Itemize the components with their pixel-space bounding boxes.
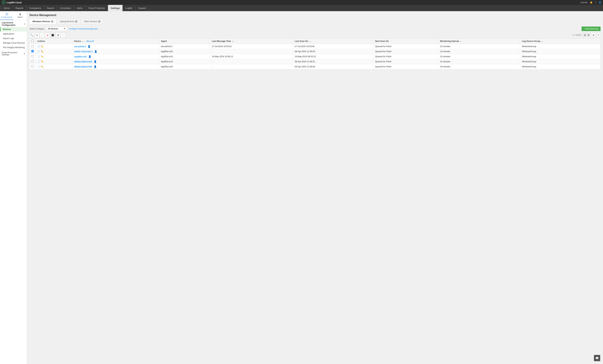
more-options-button[interactable]: ⋯ (61, 33, 65, 37)
tab-reports[interactable]: Reports (13, 5, 26, 11)
row-next-scan-on: Queued for Fetch (373, 54, 438, 59)
sidebar-item-import-logs[interactable]: Import Logs (0, 36, 27, 41)
th-last-scan[interactable]: Last Scan On ▲ (293, 39, 373, 44)
notification-icon[interactable]: 🔔 (590, 1, 592, 4)
syslog-devices-help-icon[interactable]: ? (75, 20, 78, 23)
row-last-message-time: 16-May-2024 10:08:13 (210, 54, 293, 59)
device-name-link[interactable]: KRISP-CSEZADC1 (74, 50, 93, 53)
view-details-icon[interactable]: 📄 (37, 65, 40, 68)
delete-button[interactable]: 🗑 (56, 33, 60, 37)
tab-alerts[interactable]: Alerts (74, 5, 85, 11)
sidebar-admin-tab[interactable]: Admin (13, 11, 27, 20)
agent-install-icon[interactable]: 👤 (94, 60, 97, 63)
view-details-icon[interactable]: 📄 (37, 60, 40, 63)
log-source-config-section[interactable]: Log Source Configuration ▾ (0, 20, 27, 27)
row-device: KRISP-CSEZADC1 👤 (72, 49, 159, 54)
tab-home[interactable]: Home (1, 5, 13, 11)
edit-icon[interactable]: ✏️ (41, 55, 44, 58)
tab-compliance[interactable]: Compliance (26, 5, 44, 11)
device-name-link[interactable]: log360a-w10 (74, 56, 87, 58)
tab-support[interactable]: Support (135, 5, 149, 11)
edit-icon[interactable]: ✏️ (41, 45, 44, 48)
row-last-scan-on: 08-Apr-2024 11:06:06 (293, 64, 373, 69)
row-checkbox-cell (30, 49, 35, 54)
view-details-icon[interactable]: 📄 (37, 50, 40, 53)
th-actions: Actions (35, 39, 72, 44)
th-agent: Agent (159, 39, 210, 44)
tab-cloud-protection[interactable]: Cloud Protection (85, 5, 108, 11)
agent-install-icon[interactable]: 👤 (88, 45, 91, 48)
row-monitoring-interval: 10 minutes (438, 49, 520, 54)
agent-install-icon[interactable]: 👤 (94, 65, 97, 68)
sidebar-item-devices[interactable]: Devices (0, 27, 27, 32)
tab-windows-devices[interactable]: Windows Devices ? (29, 19, 56, 24)
windows-devices-help-icon[interactable]: ? (51, 20, 53, 23)
sidebar-config-tab[interactable]: Configuration (0, 11, 13, 20)
tab-other-devices[interactable]: Other Devices ? (81, 19, 104, 24)
row-agent: log360a-w10 (159, 59, 210, 64)
chat-button[interactable]: 💬 (594, 355, 600, 361)
sidebar-item-applications[interactable]: Applications (0, 32, 27, 36)
search-toolbar-button[interactable]: 🔍 (29, 33, 34, 37)
scan-button[interactable]: ⬛ (50, 33, 55, 37)
logo-icon (2, 0, 6, 4)
device-name-link[interactable]: WIN2K19MASTER (74, 66, 92, 68)
category-select[interactable]: All Devices (46, 27, 67, 31)
th-checkbox (30, 39, 35, 44)
th-log-source-group[interactable]: Log Source Group ▲ (520, 39, 601, 44)
show-ip-header[interactable]: Show IP (86, 40, 94, 42)
refresh-button[interactable]: ↻ (597, 33, 601, 37)
columns-button[interactable]: ⊞ (591, 33, 596, 37)
tab-syslog-devices[interactable]: Syslog Devices ? (57, 19, 81, 24)
agent-install-icon[interactable]: 👤 (88, 55, 91, 58)
last-message-sort: ▲ (232, 40, 234, 42)
tab-settings[interactable]: Settings (108, 5, 123, 11)
other-devices-help-icon[interactable]: ? (98, 20, 101, 23)
svg-point-2 (6, 14, 7, 15)
edit-icon[interactable]: ✏️ (41, 60, 44, 63)
row-monitoring-interval: 10 minutes (438, 64, 520, 69)
row-checkbox[interactable] (31, 55, 34, 58)
sidebar-item-manage-cloud[interactable]: Manage Cloud Sources (0, 41, 27, 45)
per-page-select[interactable]: 10 25 50 (582, 33, 590, 37)
row-next-scan-on: Queued for Fetch (373, 64, 438, 69)
th-device[interactable]: Device ▲ | Show IP (72, 39, 159, 44)
license-link[interactable]: License (580, 1, 588, 4)
tab-logme[interactable]: LogMe (123, 5, 135, 11)
row-checkbox[interactable] (31, 45, 34, 47)
agent-install-icon[interactable]: 👤 (94, 50, 97, 53)
row-checkbox-cell (30, 54, 35, 59)
admin-icon (19, 12, 22, 16)
row-last-scan-on: 27-Jul-2024 19:03:06 (293, 44, 373, 49)
edit-icon[interactable]: ✏️ (41, 50, 44, 53)
view-details-icon[interactable]: 📄 (37, 55, 40, 58)
th-last-message[interactable]: Last Message Time ▲ (210, 39, 293, 44)
cloud-protection-section[interactable]: Cloud Protection Settings ▸ (0, 50, 27, 56)
view-details-icon[interactable]: 📄 (37, 45, 40, 48)
row-monitoring-interval: 10 minutes (438, 59, 520, 64)
th-monitoring-interval[interactable]: Monitoring Interval ▲ (438, 39, 520, 44)
tab-correlation[interactable]: Correlation (57, 5, 74, 11)
device-name-link[interactable]: ela-w2019-2 (74, 45, 86, 48)
select-all-checkbox[interactable] (31, 40, 34, 42)
add-device-button[interactable]: + Add Device(s) (581, 26, 601, 31)
configure-domains-link[interactable]: Configure domains/workgroups (69, 28, 98, 30)
row-last-scan-on: 08-Apr-2024 11:06:03 (293, 49, 373, 54)
enable-button[interactable]: ✓ (40, 33, 45, 37)
top-bar: Log360 Cloud License 🔔 ? 👤 (0, 0, 603, 5)
help-icon[interactable]: ? (595, 1, 596, 4)
logo: Log360 Cloud (2, 0, 22, 4)
row-checkbox[interactable] (31, 60, 34, 62)
row-last-message-time: - (210, 49, 293, 54)
disable-button[interactable]: ⊗ (45, 33, 50, 37)
edit-icon[interactable]: ✏️ (41, 65, 44, 68)
nav-tabs: Home Reports Compliance Search Correlati… (0, 5, 603, 11)
row-agent: ela-w2019-2 (159, 44, 210, 49)
tab-search[interactable]: Search (44, 5, 57, 11)
user-icon[interactable]: 👤 (599, 1, 601, 4)
row-checkbox[interactable] (31, 50, 34, 52)
device-name-link[interactable]: WIN2K16MASTER (74, 60, 92, 63)
sidebar-item-file-integrity[interactable]: File Integrity Monitoring (0, 45, 27, 50)
filter-button[interactable]: ▼ (35, 33, 39, 37)
row-checkbox[interactable] (31, 65, 34, 68)
